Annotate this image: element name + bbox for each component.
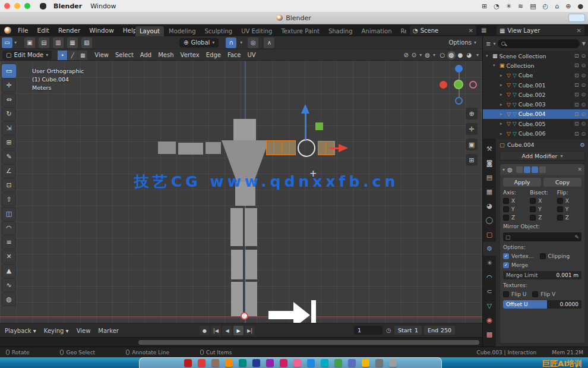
topbar-menu-file[interactable]: File <box>18 27 29 34</box>
scale-tool-button[interactable]: ⇲ <box>2 121 16 135</box>
gizmo-x-arrowhead[interactable] <box>339 144 348 152</box>
properties-tab-physics[interactable]: ◠ <box>483 271 496 284</box>
titlebar-widget[interactable] <box>568 14 585 22</box>
screen-toggle-icon[interactable]: ⊡ <box>574 131 579 137</box>
extrude-tool-button[interactable]: ⇧ <box>2 193 16 206</box>
tool-dropdown-caret-icon[interactable]: ▾ <box>14 40 17 45</box>
workspace-tab-animation[interactable]: Animation <box>358 26 396 36</box>
eye-toggle-icon[interactable]: ⊙ <box>581 73 586 78</box>
checkbox[interactable] <box>532 291 538 297</box>
axis-toggle-row[interactable]: Z <box>503 215 527 221</box>
toggle-grid-button[interactable]: ⊞ <box>466 154 478 166</box>
move-tool-button[interactable]: ⇔ <box>2 93 16 106</box>
dock-app-icon-10[interactable] <box>321 359 328 367</box>
dock-app-icon-7[interactable] <box>280 359 287 367</box>
remove-view-layer-icon[interactable]: ✕ <box>577 27 581 34</box>
nav-gizmo-neg-x-dot[interactable] <box>469 81 477 89</box>
dock-app-icon-0[interactable] <box>184 359 192 367</box>
properties-tab-particles[interactable]: ✳ <box>483 256 496 270</box>
mesh-leg-left[interactable] <box>231 282 243 316</box>
breadcrumb-object-name[interactable]: Cube.004 <box>507 141 535 148</box>
unlink-scene-icon[interactable]: ✕ <box>469 27 473 34</box>
menubar-status-icon-2[interactable]: ✳ <box>506 2 511 10</box>
viewport-menu-view[interactable]: View <box>94 52 109 58</box>
properties-tab-constraints[interactable]: ⊂ <box>483 285 496 298</box>
eye-toggle-icon[interactable]: ⊙ <box>581 111 586 117</box>
outliner-row-scene-collection[interactable]: ▾▦Scene Collection⊡⊙ <box>483 51 588 61</box>
axis-toggle-row[interactable]: X <box>530 198 554 204</box>
smooth-tool-button[interactable]: ◍ <box>2 292 16 306</box>
overlays-caret-icon[interactable]: ▾ <box>419 52 422 58</box>
axis-toggle-row[interactable]: Z <box>530 215 554 221</box>
axis-toggle-row[interactable]: X <box>557 198 581 204</box>
outliner-display-icon[interactable]: ≣ <box>486 40 491 47</box>
falloff-dropdown[interactable]: ∧ <box>264 37 274 48</box>
merge-limit-field[interactable]: Merge Limit 0.001 m <box>503 271 581 279</box>
transform-orientation-dropdown[interactable]: ⊕ Global ▾ <box>179 38 219 48</box>
timeline-menu-marker[interactable]: Marker <box>98 328 119 334</box>
mesh-leg-left[interactable] <box>230 208 243 246</box>
add-modifier-dropdown[interactable]: Add Modifier ▾ <box>500 151 585 161</box>
dock-app-icon-5[interactable] <box>252 359 260 367</box>
modifier-panel-header[interactable]: ▾ ◍ ✕ <box>500 164 584 175</box>
checkbox[interactable]: ✓ <box>503 253 509 259</box>
expand-caret-icon[interactable]: ▸ <box>500 112 505 117</box>
mirror-object-field[interactable]: ▢ ✎ <box>503 232 581 241</box>
checkbox[interactable] <box>503 291 509 297</box>
close-window-button[interactable] <box>4 3 10 9</box>
properties-tab-modifiers[interactable]: ⚙ <box>483 242 496 256</box>
workspace-tab-sculpting[interactable]: Sculpting <box>201 26 237 36</box>
apple-menu-icon[interactable] <box>40 3 46 10</box>
screen-toggle-icon[interactable]: ⊡ <box>574 73 579 78</box>
snap-magnet-toggle[interactable]: ∩ <box>226 37 236 48</box>
dock-app-icon-11[interactable] <box>334 359 342 367</box>
timeline-menu-view[interactable]: View <box>77 328 91 334</box>
select-box-tool-button[interactable]: ▭ <box>2 64 16 78</box>
dock-app-icon-2[interactable] <box>211 359 219 367</box>
nav-gizmo-x-dot[interactable] <box>440 81 447 89</box>
dock-app-icon-9[interactable] <box>307 359 315 367</box>
menubar-status-icon-3[interactable]: ≋ <box>518 2 523 10</box>
dock-app-icon-8[interactable] <box>293 359 301 367</box>
properties-tab-object[interactable]: ▢ <box>483 228 496 241</box>
add-cube-tool-button[interactable]: ⊡ <box>2 178 16 192</box>
viewport-menu-select[interactable]: Select <box>115 52 134 58</box>
proportional-editing-toggle[interactable]: ◎ <box>248 37 258 48</box>
display-toggle-0[interactable] <box>516 166 523 173</box>
screen-toggle-icon[interactable]: ⊡ <box>574 92 579 97</box>
menu-window[interactable]: Window <box>90 2 116 10</box>
expand-caret-icon[interactable]: ▸ <box>500 102 505 107</box>
new-scene-icon[interactable]: ▦ <box>481 27 486 33</box>
expand-caret-icon[interactable]: ▾ <box>486 54 491 58</box>
outliner-row-cube-003[interactable]: ▸▽▽Cube.003⊡⊙ <box>483 99 588 109</box>
workspace-tab-modeling[interactable]: Modeling <box>165 26 200 36</box>
screen-toggle-icon[interactable]: ⊡ <box>574 62 579 68</box>
topbar-menu-edit[interactable]: Edit <box>37 27 49 34</box>
dock-app-icon-1[interactable] <box>198 359 206 367</box>
zoom-button[interactable]: ⊕ <box>466 108 478 119</box>
annotate-tool-button[interactable]: ✎ <box>2 150 16 163</box>
snap-options-caret-icon[interactable]: ▾ <box>240 40 242 45</box>
checkbox[interactable] <box>540 253 546 259</box>
checkbox[interactable] <box>530 215 536 221</box>
eye-toggle-icon[interactable]: ⊙ <box>581 131 586 137</box>
tool-setting-icon-4[interactable]: ▧ <box>81 37 92 48</box>
screen-toggle-icon[interactable]: ⊡ <box>574 53 579 59</box>
dock-app-icon-6[interactable] <box>266 359 274 367</box>
offset-u-slider[interactable]: Offset U 0.0000 <box>503 300 581 309</box>
transport-button-4[interactable]: ▶| <box>245 326 255 335</box>
mesh-leg-right[interactable] <box>245 250 257 279</box>
knife-tool-button[interactable]: ✕ <box>2 250 16 263</box>
mesh-leg-left[interactable] <box>231 250 243 279</box>
fullscreen-window-button[interactable] <box>24 3 30 9</box>
checkbox[interactable] <box>503 215 509 221</box>
outliner-row-cube[interactable]: ▸▽▽Cube⊡⊙ <box>483 71 588 80</box>
checkbox[interactable] <box>503 206 509 212</box>
eye-toggle-icon[interactable]: ⊙ <box>581 121 586 127</box>
nav-gizmo-z-dot[interactable] <box>455 65 463 73</box>
axis-toggle-row[interactable]: X <box>503 198 527 204</box>
blender-logo-icon[interactable] <box>4 27 11 34</box>
gizmo-z-arrow[interactable] <box>305 114 306 140</box>
expand-caret-icon[interactable]: ▸ <box>500 131 505 136</box>
checkbox[interactable] <box>557 206 563 212</box>
